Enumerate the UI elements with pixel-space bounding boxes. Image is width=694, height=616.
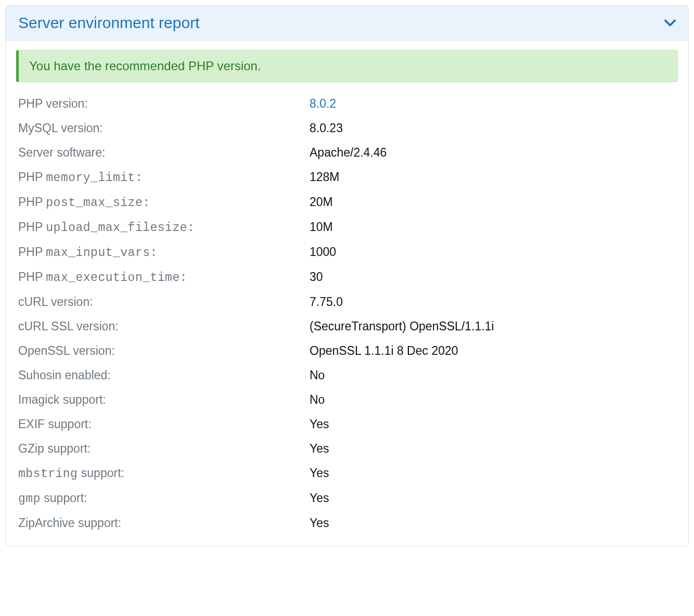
php-memory-limit-value: 128M (310, 170, 676, 184)
environment-rows: PHP version:8.0.2MySQL version:8.0.23Ser… (16, 92, 678, 535)
env-row: MySQL version:8.0.23 (16, 116, 678, 140)
label-text: EXIF support: (18, 417, 92, 431)
collapse-toggle-icon[interactable] (664, 19, 676, 27)
label-mono: upload_max_filesize: (46, 221, 195, 235)
php-upload-max-filesize-label: PHP upload_max_filesize: (18, 220, 310, 235)
mbstring-support-value: Yes (310, 466, 676, 480)
label-mono: gmp (18, 492, 41, 506)
env-row: gmp support:Yes (16, 486, 678, 511)
openssl-version-value: OpenSSL 1.1.1i 8 Dec 2020 (310, 344, 676, 358)
suhosin-enabled-value: No (310, 368, 676, 382)
label-mono: max_input_vars: (46, 246, 158, 260)
server-software-value: Apache/2.4.46 (310, 146, 676, 160)
php-max-input-vars-value: 1000 (310, 245, 676, 259)
env-row: mbstring support:Yes (16, 461, 678, 486)
mysql-version-value: 8.0.23 (310, 121, 676, 135)
env-row: EXIF support:Yes (16, 412, 678, 437)
label-text: cURL version: (18, 295, 93, 309)
exif-support-label: EXIF support: (18, 417, 310, 431)
php-post-max-size-label: PHP post_max_size: (18, 195, 310, 210)
label-mono: max_execution_time: (46, 271, 187, 285)
php-post-max-size-value: 20M (310, 195, 676, 209)
label-mono: memory_limit: (46, 171, 143, 185)
panel-body: You have the recommended PHP version. PH… (6, 41, 688, 546)
ziparchive-support-label: ZipArchive support: (18, 516, 310, 530)
openssl-version-label: OpenSSL version: (18, 344, 310, 358)
env-row: cURL SSL version:(SecureTransport) OpenS… (16, 314, 678, 339)
curl-ssl-version-label: cURL SSL version: (18, 319, 310, 333)
label-text: Suhosin enabled: (18, 368, 111, 382)
label-text: PHP (18, 220, 46, 234)
env-row: PHP post_max_size:20M (16, 190, 678, 215)
gzip-support-label: GZip support: (18, 442, 310, 456)
php-version-value[interactable]: 8.0.2 (310, 97, 676, 111)
curl-version-value: 7.75.0 (310, 295, 676, 309)
gzip-support-value: Yes (310, 442, 676, 456)
server-environment-panel: Server environment report You have the r… (5, 5, 689, 546)
mbstring-support-label: mbstring support: (18, 466, 310, 481)
label-text: PHP (18, 170, 46, 184)
label-text: ZipArchive support: (18, 516, 121, 530)
imagick-support-label: Imagick support: (18, 393, 310, 407)
php-max-input-vars-label: PHP max_input_vars: (18, 245, 310, 260)
env-row: PHP memory_limit:128M (16, 165, 678, 190)
env-row: Suhosin enabled:No (16, 363, 678, 388)
imagick-support-value: No (310, 393, 676, 407)
label-text: OpenSSL version: (18, 344, 115, 357)
env-row: PHP upload_max_filesize:10M (16, 215, 678, 240)
exif-support-value: Yes (310, 417, 676, 431)
label-text: PHP (18, 195, 46, 209)
curl-version-label: cURL version: (18, 295, 310, 309)
php-memory-limit-label: PHP memory_limit: (18, 170, 310, 185)
env-row: OpenSSL version:OpenSSL 1.1.1i 8 Dec 202… (16, 339, 678, 363)
panel-header[interactable]: Server environment report (6, 6, 688, 41)
label-text: Server software: (18, 146, 105, 159)
label-text: Imagick support: (18, 393, 106, 406)
label-text: PHP (18, 245, 46, 259)
label-suffix: support: (41, 491, 87, 505)
php-upload-max-filesize-value: 10M (310, 220, 676, 234)
label-text: GZip support: (18, 442, 91, 455)
env-row: PHP max_execution_time:30 (16, 265, 678, 290)
gmp-support-value: Yes (310, 491, 676, 505)
label-mono: mbstring (18, 467, 78, 481)
gmp-support-label: gmp support: (18, 491, 310, 506)
label-text: PHP version: (18, 97, 88, 110)
panel-title: Server environment report (18, 14, 200, 32)
label-text: cURL SSL version: (18, 319, 119, 333)
label-text: MySQL version: (18, 121, 103, 135)
ziparchive-support-value: Yes (310, 516, 676, 530)
php-max-execution-time-label: PHP max_execution_time: (18, 270, 310, 285)
env-row: GZip support:Yes (16, 437, 678, 461)
server-software-label: Server software: (18, 146, 310, 160)
alert-message: You have the recommended PHP version. (29, 59, 261, 73)
php-version-label: PHP version: (18, 97, 310, 111)
php-max-execution-time-value: 30 (310, 270, 676, 284)
env-row: Server software:Apache/2.4.46 (16, 140, 678, 165)
env-row: PHP version:8.0.2 (16, 92, 678, 116)
curl-ssl-version-value: (SecureTransport) OpenSSL/1.1.1i (310, 319, 676, 333)
label-suffix: support: (78, 466, 124, 480)
env-row: Imagick support:No (16, 388, 678, 412)
label-text: PHP (18, 270, 46, 284)
label-mono: post_max_size: (46, 196, 150, 210)
env-row: cURL version:7.75.0 (16, 290, 678, 314)
env-row: PHP max_input_vars:1000 (16, 240, 678, 265)
suhosin-enabled-label: Suhosin enabled: (18, 368, 310, 382)
env-row: ZipArchive support:Yes (16, 511, 678, 535)
mysql-version-label: MySQL version: (18, 121, 310, 135)
php-version-alert: You have the recommended PHP version. (16, 50, 678, 82)
